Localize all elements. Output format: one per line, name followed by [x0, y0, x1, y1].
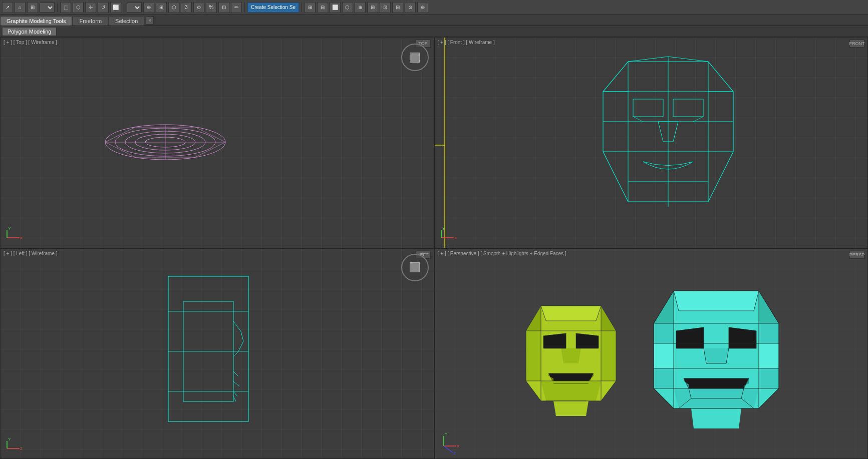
move-icon: ✛	[89, 5, 93, 10]
svg-line-135	[444, 446, 453, 452]
ref-icon: ⊕	[147, 5, 151, 10]
tool-pen[interactable]: ✏	[231, 2, 242, 13]
rotate-icon: ↗	[6, 5, 10, 10]
link-icon: ⊞	[159, 5, 163, 10]
svg-line-47	[233, 391, 237, 396]
tool-r6[interactable]: ⊞	[367, 2, 378, 13]
tool-snap2[interactable]: ⊞	[27, 2, 38, 13]
pivot-icon: ⊙	[197, 5, 201, 10]
left-nav-gizmo[interactable]	[401, 254, 429, 281]
tool-r9[interactable]: ⊙	[405, 2, 416, 13]
tab-freeform[interactable]: Freeform	[73, 16, 108, 26]
main-toolbar: ↗ ⌂ ⊞ All ⬚ ⬡ ✛ ↺ ⬜ View ⊕ ⊞ ⬡ 3 ⊙ % ⊡ ✏…	[0, 0, 868, 15]
filter-dropdown[interactable]: All	[40, 3, 55, 13]
nav-gizmo-inner	[410, 53, 420, 63]
r9-icon: ⊙	[408, 5, 412, 10]
separator1	[57, 3, 58, 13]
tool-rotate[interactable]: ↗	[2, 2, 13, 13]
view-dropdown[interactable]: View	[127, 3, 142, 13]
svg-marker-58	[601, 331, 616, 381]
perspective-corner-btn[interactable]: PERSP	[849, 251, 864, 259]
svg-marker-86	[691, 408, 741, 428]
svg-text:X: X	[454, 236, 457, 240]
tool-ref[interactable]: ⊕	[143, 2, 154, 13]
snap3-icon: ⊡	[222, 5, 226, 10]
left-wireframe-shape	[153, 271, 263, 427]
tool-r3[interactable]: ⬜	[330, 2, 341, 13]
svg-line-12	[195, 142, 225, 157]
tool-percent[interactable]: %	[206, 2, 217, 13]
svg-line-48	[233, 396, 236, 401]
obj-icon: ⬡	[172, 5, 176, 10]
tool-snap3[interactable]: ⊡	[218, 2, 229, 13]
front-axis-indicator: X Y	[439, 228, 459, 244]
svg-text:Y: Y	[445, 432, 448, 436]
viewport-perspective[interactable]: [ + ] [ Perspective ] [ Smooth + Highlig…	[434, 248, 869, 460]
separator3	[244, 3, 245, 13]
r1-icon: ⊞	[308, 5, 312, 10]
tool-r7[interactable]: ⊡	[380, 2, 391, 13]
svg-line-21	[668, 57, 708, 62]
tab-bar: Graphite Modeling Tools Freeform Selecti…	[0, 15, 868, 26]
tool-rotate2[interactable]: ↺	[98, 2, 109, 13]
tab-graphite-modeling-tools[interactable]: Graphite Modeling Tools	[0, 16, 72, 26]
svg-line-35	[693, 117, 703, 122]
svg-line-45	[233, 371, 238, 376]
svg-rect-28	[633, 99, 663, 117]
viewport-left[interactable]: [ + ] [ Left ] [ Wireframe ] LEFT	[0, 248, 434, 460]
viewport-grid: [ + ] [ Top ] [ Wireframe ] TOP	[0, 37, 868, 459]
svg-text:Y: Y	[442, 226, 445, 231]
tool-r4[interactable]: ⬡	[342, 2, 353, 13]
r5-icon: ⊕	[358, 5, 362, 10]
tool-link[interactable]: ⊞	[156, 2, 167, 13]
subtab-bar: Polygon Modeling	[0, 26, 868, 37]
top-nav-gizmo[interactable]	[401, 44, 429, 71]
svg-line-20	[628, 57, 668, 62]
svg-rect-40	[168, 276, 248, 421]
svg-line-11	[195, 127, 225, 142]
front-corner-btn[interactable]: FRONT	[849, 40, 864, 48]
svg-text:Z: Z	[453, 451, 456, 455]
tool-select-poly[interactable]: ⬡	[73, 2, 84, 13]
separator2	[124, 3, 124, 13]
top-wireframe-shape	[100, 117, 230, 168]
tool-select-rect[interactable]: ⬚	[60, 2, 71, 13]
tool-r2[interactable]: ⊟	[317, 2, 328, 13]
viewport-top[interactable]: [ + ] [ Top ] [ Wireframe ] TOP	[0, 37, 434, 248]
create-selection-button[interactable]: Create Selection Se	[247, 3, 299, 13]
svg-marker-62	[561, 348, 581, 363]
svg-line-46	[233, 381, 239, 386]
tool-move[interactable]: ✛	[85, 2, 96, 13]
tool-obj[interactable]: ⬡	[168, 2, 179, 13]
svg-text:X: X	[20, 236, 23, 240]
tab-close-button[interactable]: ×	[146, 17, 154, 25]
tool-r5[interactable]: ⊕	[355, 2, 366, 13]
top-axis-indicator: X Y	[5, 228, 25, 244]
num3-icon: 3	[185, 5, 188, 10]
svg-marker-98	[684, 378, 749, 388]
svg-text:Y: Y	[8, 226, 11, 231]
svg-marker-57	[526, 331, 541, 381]
tool-pivot[interactable]: ⊙	[193, 2, 204, 13]
svg-marker-53	[553, 401, 589, 416]
tool-r1[interactable]: ⊞	[305, 2, 316, 13]
svg-marker-95	[704, 348, 729, 363]
viewport-front[interactable]: [ + ] [ Front ] [ Wireframe ] FRONT	[434, 37, 869, 248]
r6-icon: ⊞	[371, 5, 375, 10]
perspective-3d-content	[435, 249, 868, 459]
svg-line-34	[633, 117, 643, 122]
svg-marker-97	[759, 343, 779, 368]
subtab-polygon-modeling[interactable]: Polygon Modeling	[2, 27, 57, 36]
left-gizmo-inner	[410, 262, 420, 272]
svg-text:X: X	[457, 444, 460, 448]
tool-r10[interactable]: ⊕	[417, 2, 428, 13]
svg-line-10	[105, 142, 135, 157]
tool-snap1[interactable]: ⌂	[15, 2, 26, 13]
tab-selection[interactable]: Selection	[109, 16, 144, 26]
select-rect-icon: ⬚	[64, 5, 68, 10]
tool-num3[interactable]: 3	[181, 2, 192, 13]
tool-r8[interactable]: ⊟	[392, 2, 403, 13]
tool-scale[interactable]: ⬜	[110, 2, 121, 13]
pen-icon: ✏	[234, 5, 238, 10]
percent-icon: %	[209, 5, 214, 10]
